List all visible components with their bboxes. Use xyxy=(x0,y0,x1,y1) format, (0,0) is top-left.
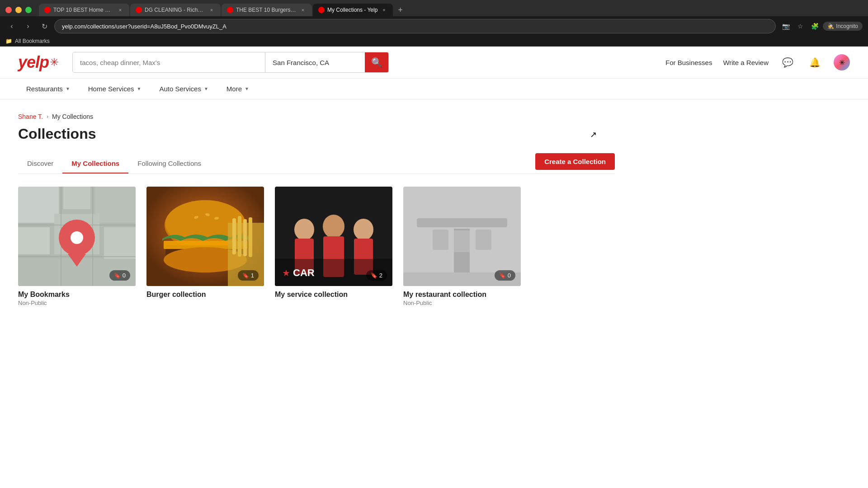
svg-rect-37 xyxy=(433,230,448,250)
bookmarks-label: All Bookmarks xyxy=(15,38,50,44)
nav-restaurants-label: Restaurants xyxy=(26,85,63,93)
breadcrumb: Shane T. › My Collections xyxy=(18,113,615,120)
tab-close-button[interactable]: × xyxy=(380,6,387,14)
svg-rect-36 xyxy=(417,218,507,227)
user-avatar[interactable]: ✳ xyxy=(834,54,850,70)
svg-rect-6 xyxy=(104,227,136,259)
tab-close-button[interactable]: × xyxy=(208,6,215,14)
tab-title: DG CLEANING - Richmond, Ca... xyxy=(145,7,205,13)
chevron-down-icon: ▼ xyxy=(245,86,249,91)
forward-button[interactable]: › xyxy=(22,20,34,33)
bookmark-badge-icon: 🔖 xyxy=(242,272,249,279)
window-minimize-button[interactable] xyxy=(15,7,22,13)
bookmarks-folder-icon: 📁 xyxy=(5,38,12,44)
create-collection-button[interactable]: Create a Collection xyxy=(535,153,615,170)
tab-favicon xyxy=(44,7,51,13)
page-content: yelp ✳ 🔍 For Businesses Write a Review 💬… xyxy=(0,47,868,431)
new-tab-button[interactable]: + xyxy=(394,4,406,16)
collections-tabs: Discover My Collections Following Collec… xyxy=(18,153,615,174)
collection-thumb-restaurant: 🔖 0 xyxy=(403,187,521,286)
nav-item-auto-services[interactable]: Auto Services ▼ xyxy=(151,79,216,99)
camera-icon[interactable]: 📷 xyxy=(779,20,792,33)
bookmark-badge-icon: 🔖 xyxy=(371,272,377,279)
chevron-down-icon: ▼ xyxy=(66,86,70,91)
car-logo-overlay: ★ CAR xyxy=(282,267,315,279)
collection-badge-1: 🔖 1 xyxy=(238,270,259,281)
nav-home-services-label: Home Services xyxy=(88,85,134,93)
svg-rect-4 xyxy=(18,227,50,254)
svg-point-27 xyxy=(294,219,314,240)
collection-card-burger[interactable]: 🔖 1 Burger collection xyxy=(146,187,264,306)
incognito-label: Incognito xyxy=(836,23,858,29)
nav-more-label: More xyxy=(226,85,242,93)
svg-rect-40 xyxy=(454,252,470,275)
header-nav: For Businesses Write a Review 💬 🔔 ✳ xyxy=(665,54,850,70)
tab-favicon xyxy=(227,7,233,13)
tab-following-collections[interactable]: Following Collections xyxy=(128,154,210,174)
collection-badge-2: 🔖 2 xyxy=(366,270,387,281)
main-content: Shane T. › My Collections Collections Di… xyxy=(0,99,633,320)
search-input[interactable] xyxy=(73,52,265,72)
tab-favicon xyxy=(318,7,325,13)
tab-discover[interactable]: Discover xyxy=(18,154,62,174)
star-icon: ★ xyxy=(282,267,290,278)
yelp-header: yelp ✳ 🔍 For Businesses Write a Review 💬… xyxy=(0,47,868,79)
messages-icon[interactable]: 💬 xyxy=(779,54,796,70)
nav-item-restaurants[interactable]: Restaurants ▼ xyxy=(18,79,78,99)
yelp-nav: Restaurants ▼ Home Services ▼ Auto Servi… xyxy=(0,79,868,99)
collection-card-bookmarks[interactable]: 🔖 0 My Bookmarks Non-Public xyxy=(18,187,136,306)
svg-rect-24 xyxy=(243,219,247,256)
svg-rect-1 xyxy=(18,187,59,223)
collection-name-service: My service collection xyxy=(275,291,392,299)
map-pin-inner xyxy=(71,231,83,244)
tabs-list: Discover My Collections Following Collec… xyxy=(18,154,210,173)
collection-thumb-burger: 🔖 1 xyxy=(146,187,264,286)
location-input[interactable] xyxy=(265,52,365,72)
browser-tab[interactable]: DG CLEANING - Richmond, Ca... × xyxy=(130,4,221,16)
address-bar[interactable] xyxy=(54,19,776,33)
browser-tab-active[interactable]: My Collections - Yelp × xyxy=(313,4,393,16)
chevron-down-icon: ▼ xyxy=(204,86,208,91)
breadcrumb-separator: › xyxy=(47,113,48,120)
back-button[interactable]: ‹ xyxy=(5,20,18,33)
breadcrumb-user-link[interactable]: Shane T. xyxy=(18,113,43,120)
svg-rect-39 xyxy=(476,230,491,250)
svg-rect-22 xyxy=(232,218,236,254)
notifications-icon[interactable]: 🔔 xyxy=(807,54,823,70)
incognito-badge: 🕵️ Incognito xyxy=(823,22,863,31)
nav-item-more[interactable]: More ▼ xyxy=(218,79,257,99)
svg-rect-23 xyxy=(238,216,241,257)
collection-card-restaurant[interactable]: 🔖 0 My restaurant collection Non-Public xyxy=(403,187,521,306)
window-maximize-button[interactable] xyxy=(25,7,32,13)
collections-grid: 🔖 0 My Bookmarks Non-Public xyxy=(18,187,615,306)
chevron-down-icon: ▼ xyxy=(137,86,141,91)
search-button[interactable]: 🔍 xyxy=(365,52,388,72)
browser-toolbar: ‹ › ↻ 📷 ☆ 🧩 🕵️ Incognito xyxy=(0,16,868,36)
extension-icon[interactable]: 🧩 xyxy=(808,20,821,33)
browser-tab[interactable]: TOP 10 BEST Home Cleaners in... × xyxy=(39,4,129,16)
svg-rect-3 xyxy=(95,187,136,223)
reload-button[interactable]: ↻ xyxy=(38,20,51,33)
write-review-link[interactable]: Write a Review xyxy=(723,59,769,66)
tab-favicon xyxy=(136,7,142,13)
incognito-icon: 🕵️ xyxy=(827,23,834,29)
window-close-button[interactable] xyxy=(5,7,12,13)
collection-name-bookmarks: My Bookmarks xyxy=(18,291,136,299)
tab-close-button[interactable]: × xyxy=(299,6,307,14)
yelp-logo[interactable]: yelp ✳ xyxy=(18,53,59,72)
toolbar-actions: 📷 ☆ 🧩 🕵️ Incognito xyxy=(779,20,863,33)
collection-thumb-bookmarks: 🔖 0 xyxy=(18,187,136,286)
map-pin-tail xyxy=(68,254,86,267)
browser-tab[interactable]: THE BEST 10 Burgers in SAN FR... × xyxy=(222,4,312,16)
for-businesses-link[interactable]: For Businesses xyxy=(665,59,712,66)
tab-title: TOP 10 BEST Home Cleaners in... xyxy=(53,7,114,13)
svg-rect-25 xyxy=(249,217,252,257)
nav-item-home-services[interactable]: Home Services ▼ xyxy=(80,79,150,99)
collection-card-service[interactable]: ★ CAR 🔖 2 My service collection xyxy=(275,187,392,306)
tab-my-collections[interactable]: My Collections xyxy=(62,154,128,174)
bookmark-icon[interactable]: ☆ xyxy=(794,20,807,33)
tab-close-button[interactable]: × xyxy=(117,6,124,14)
svg-point-31 xyxy=(354,219,373,240)
tab-title-active: My Collections - Yelp xyxy=(327,7,377,13)
browser-tabs: TOP 10 BEST Home Cleaners in... × DG CLE… xyxy=(39,4,863,16)
